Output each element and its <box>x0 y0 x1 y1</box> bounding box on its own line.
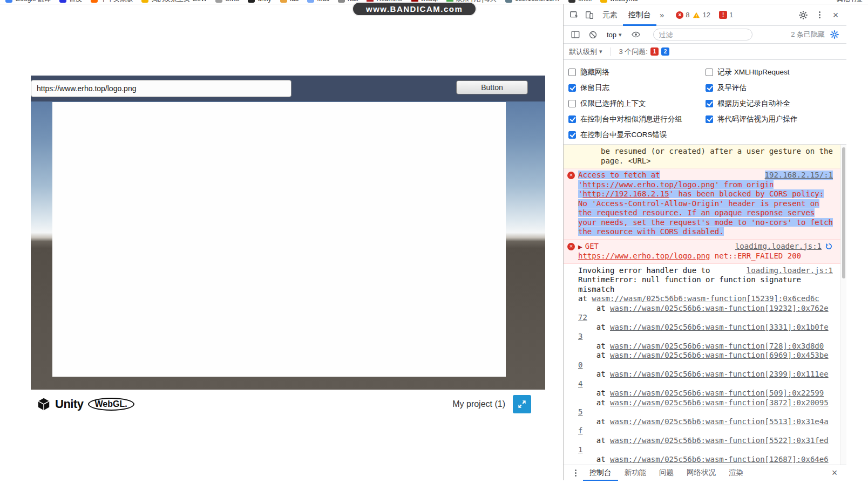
console-sidebar-icon[interactable] <box>568 27 583 42</box>
drawer-tab-network-conditions[interactable]: 网络状况 <box>680 465 722 481</box>
drawer-tab-rendering[interactable]: 渲染 <box>722 465 750 481</box>
origin-url-link[interactable]: http://192.168.2.15 <box>582 189 669 198</box>
console-warning-message: be resumed (or created) after a user ges… <box>564 145 846 168</box>
favicon <box>215 0 222 3</box>
checkbox[interactable] <box>568 100 576 107</box>
checkbox-selected-context-only[interactable]: 仅限已选择的上下文 <box>568 96 706 111</box>
context-selector[interactable]: top ▾ <box>602 31 626 39</box>
checkbox[interactable] <box>568 84 576 92</box>
wasm-frame-link[interactable]: wasm://wasm/025c56b6:wasm-function[5513]… <box>578 417 829 435</box>
tab-elements[interactable]: 元素 <box>597 4 623 26</box>
checkbox-log-xmlhttprequest[interactable]: 记录 XMLHttpRequest <box>706 64 846 80</box>
checkbox[interactable] <box>568 131 576 139</box>
unity-footer: Unity WebGL. My project (1) <box>31 390 545 419</box>
wasm-frame-link[interactable]: wasm://wasm/025c56b6:wasm-function[2399]… <box>578 370 829 388</box>
inspect-element-icon[interactable] <box>567 8 582 23</box>
checkbox-autocomplete-history[interactable]: 根据历史记录自动补全 <box>706 96 846 111</box>
failed-request-link[interactable]: https://www.erho.top/logo.png <box>578 251 710 260</box>
source-link[interactable]: 192.168.2.15/:1 <box>765 171 833 180</box>
live-expression-eye-icon[interactable] <box>628 27 643 42</box>
wasm-frame-link[interactable]: wasm://wasm/025c56b6:wasm-function[728]:… <box>610 342 824 350</box>
clear-console-icon[interactable] <box>585 27 600 42</box>
more-options-icon[interactable] <box>812 8 827 23</box>
bookmark-item[interactable]: 千牛卖家版 <box>91 0 133 4</box>
checkbox[interactable] <box>706 100 713 107</box>
fetch-url-link[interactable]: https://www.erho.top/logo.png <box>582 180 714 189</box>
checkbox[interactable] <box>568 69 576 76</box>
unity-wordmark: Unity <box>55 397 84 411</box>
source-link[interactable]: loadimg.loader.js:1 <box>747 266 833 276</box>
bookmark-item[interactable]: SMS <box>215 0 239 3</box>
checkbox[interactable] <box>706 84 713 92</box>
more-tabs-icon[interactable]: » <box>656 10 667 19</box>
filter-input[interactable] <box>653 29 752 40</box>
checkbox-label: 仅限已选择的上下文 <box>580 99 646 108</box>
console-messages[interactable]: be resumed (or created) after a user ges… <box>564 145 846 465</box>
checkbox-group-similar[interactable]: 在控制台中对相似消息进行分组 <box>568 111 706 127</box>
bookmark-item[interactable]: Mdc <box>307 0 329 3</box>
drawer-tab-whats-new[interactable]: 新功能 <box>618 465 653 481</box>
close-devtools-icon[interactable]: × <box>828 8 843 23</box>
issues-count-label[interactable]: 3 个问题: <box>619 47 648 57</box>
settings-gear-icon[interactable] <box>796 8 811 23</box>
drawer-tab-issues[interactable]: 问题 <box>653 465 680 481</box>
replay-request-icon[interactable] <box>825 242 833 250</box>
scrollbar-thumb[interactable] <box>842 147 845 278</box>
checkbox-label: 根据历史记录自动补全 <box>717 99 790 108</box>
device-toolbar-icon[interactable] <box>582 8 597 23</box>
checkbox-show-cors-errors[interactable]: 在控制台中显示CORS错误 <box>568 127 706 142</box>
project-name: My project (1) <box>452 399 505 409</box>
checkbox[interactable] <box>706 115 713 123</box>
source-link[interactable]: loadimg.loader.js:1 <box>735 242 822 251</box>
checkbox-hide-network[interactable]: 隐藏网络 <box>568 64 706 80</box>
error-warning-summary[interactable]: × 8 12 <box>676 11 710 19</box>
wasm-frame-link[interactable]: wasm://wasm/025c56b6:wasm-function[19232… <box>578 304 829 322</box>
expand-triangle-icon[interactable]: ▶ <box>578 244 582 250</box>
checkbox-preserve-log[interactable]: 保留日志 <box>568 80 706 96</box>
unity-button[interactable]: Button <box>456 80 528 94</box>
wasm-frame-link[interactable]: wasm://wasm/025c56b6:wasm-function[3872]… <box>578 398 829 417</box>
other-bookmarks[interactable]: 其他书签 <box>837 0 863 4</box>
bookmark-item[interactable]: Google 翻译 <box>5 0 51 4</box>
drawer-tab-console[interactable]: 控制台 <box>583 465 618 481</box>
bookmark-item[interactable]: 百度 <box>59 0 82 4</box>
wasm-frame-link[interactable]: wasm://wasm/025c56b6:wasm-function[12687… <box>578 455 829 465</box>
bookmark-item[interactable]: 192.168.2.15/#/ <box>505 0 560 3</box>
tab-console[interactable]: 控制台 <box>623 4 656 26</box>
checkbox[interactable] <box>706 69 713 76</box>
stack-frame: at wasm://wasm/025c56b6:wasm-function[15… <box>578 294 833 304</box>
bookmark-item[interactable]: weboymd <box>600 0 638 3</box>
wasm-frame-link[interactable]: wasm://wasm/025c56b6:wasm-function[5522]… <box>578 436 829 454</box>
checkbox-label: 隐藏网络 <box>580 67 609 77</box>
cors-message-text: Access to fetch at 'https://www.erho.top… <box>578 171 833 236</box>
bandicam-watermark: www.BANDICAM.com <box>352 2 477 16</box>
unity-cube-icon <box>36 397 51 412</box>
issues-icon: ! <box>719 11 727 19</box>
bookmark-item[interactable]: 我的发票主页-GeW <box>141 0 207 4</box>
console-scrollbar[interactable] <box>840 145 846 465</box>
checkbox-eager-evaluation[interactable]: 及早评估 <box>706 80 846 96</box>
checkbox-label: 记录 XMLHttpRequest <box>717 67 790 77</box>
fullscreen-button[interactable] <box>513 395 531 413</box>
issue-info-badge[interactable]: 2 <box>661 47 669 56</box>
issue-error-badge[interactable]: 1 <box>650 47 659 56</box>
checkbox-evaluate-as-user-action[interactable]: 将代码评估视为用户操作 <box>706 111 846 127</box>
checkbox[interactable] <box>568 115 576 123</box>
wasm-frame-link[interactable]: wasm://wasm/025c56b6:wasm-function[6969]… <box>578 351 829 369</box>
hidden-messages-info[interactable]: 2 条已隐藏 <box>791 30 825 39</box>
close-drawer-icon[interactable]: × <box>827 465 842 480</box>
unity-canvas[interactable]: Button <box>31 76 545 390</box>
bookmark-item[interactable]: shell <box>568 0 592 3</box>
drawer-more-icon[interactable] <box>568 465 583 480</box>
log-level-selector[interactable]: 默认级别 ▾ <box>569 47 602 57</box>
chevron-down-icon: ▾ <box>619 31 622 38</box>
wasm-frame-link[interactable]: wasm://wasm/025c56b6:wasm-function[509]:… <box>610 389 824 397</box>
issues-summary[interactable]: ! 1 <box>719 11 733 19</box>
wasm-frame-link[interactable]: wasm://wasm/025c56b6:wasm-function[3331]… <box>578 323 829 341</box>
bookmark-item[interactable]: fdb <box>280 0 299 3</box>
url-input[interactable] <box>31 80 291 97</box>
wasm-frame-link[interactable]: wasm://wasm/025c56b6:wasm-function[15239… <box>592 294 819 303</box>
console-settings-gear-icon[interactable] <box>827 27 842 42</box>
checkbox-label: 将代码评估视为用户操作 <box>717 114 798 124</box>
bookmark-item[interactable]: unity <box>248 0 271 3</box>
